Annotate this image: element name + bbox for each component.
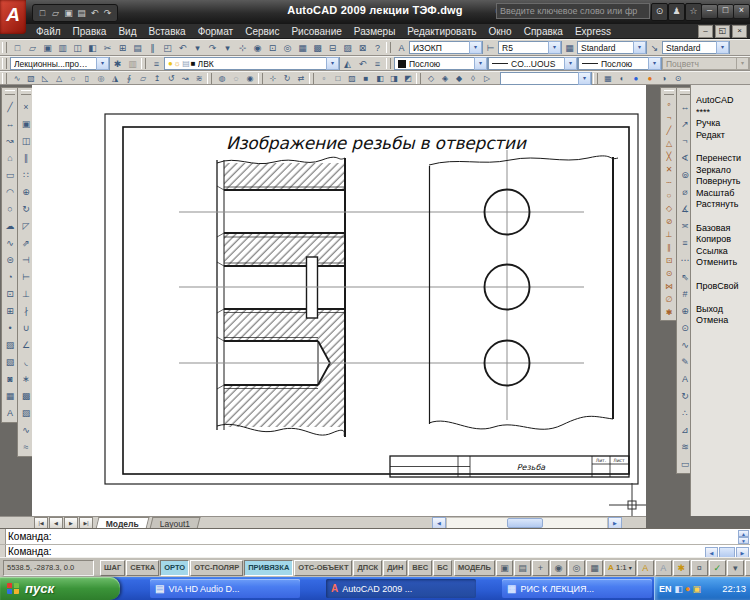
combo-arrow-icon[interactable]: ▾	[648, 57, 661, 70]
join-icon[interactable]: ∪	[19, 319, 33, 336]
tray-save-icon[interactable]: ▣	[692, 584, 701, 594]
command-window-grip[interactable]	[0, 529, 6, 557]
layer-plot-icon[interactable]: ▤	[182, 59, 190, 68]
undo-arrow-icon[interactable]: ▾	[190, 41, 205, 55]
screen-menu-item[interactable]: Повернуть	[696, 176, 750, 188]
snap-from-icon[interactable]: ¬	[662, 111, 676, 124]
screen-menu-item[interactable]: Зеркало	[696, 165, 750, 177]
tray-device-icon[interactable]: ◧	[675, 584, 684, 594]
menu-item[interactable]: Сервис	[239, 26, 285, 37]
zoom-icon[interactable]: ◉	[550, 560, 567, 576]
ellipse-arc-icon[interactable]: ◔	[3, 268, 17, 285]
scroll-left-icon[interactable]: ◀	[432, 517, 446, 529]
quick-view-layouts-icon[interactable]: ▤	[514, 560, 531, 576]
screen-menu-item[interactable]: Растянуть	[696, 199, 750, 211]
menu-item[interactable]: Окно	[482, 26, 517, 37]
screen-menu-item[interactable]	[696, 141, 750, 153]
block-editor-icon[interactable]: ◰	[160, 41, 175, 55]
start-button[interactable]: пуск	[0, 577, 120, 600]
scroll-right-icon[interactable]: ▶	[608, 517, 622, 529]
tab-prev-icon[interactable]: ◀	[49, 517, 63, 529]
status-toggle[interactable]: БС	[433, 560, 452, 576]
vs-3d-hidden-icon[interactable]: ▨	[345, 71, 359, 85]
cut-icon[interactable]: ✂	[100, 41, 115, 55]
auto-annotate-icon[interactable]: А	[655, 560, 672, 576]
showmotion-icon[interactable]: ▦	[586, 560, 603, 576]
color-combo[interactable]: Послою ▾	[394, 57, 488, 70]
revolve-icon[interactable]: ↺	[164, 71, 178, 85]
gradient-icon[interactable]: ▧	[3, 353, 17, 370]
mleader-style-icon[interactable]: ↘	[647, 41, 662, 55]
linetype-combo[interactable]: CO...UOUS ▾	[488, 57, 578, 70]
sphere-icon[interactable]: ○	[66, 71, 80, 85]
redo-arrow-icon[interactable]: ▾	[220, 41, 235, 55]
ellipse-icon[interactable]: ⊜	[3, 251, 17, 268]
intersect-icon[interactable]: ◉	[243, 71, 257, 85]
status-toggle[interactable]: ПРИВЯЗКА	[244, 560, 293, 576]
toolbar-lock-icon[interactable]: ¤	[691, 560, 708, 576]
drawing-canvas[interactable]: Резьба Лит. Лист Изображение резьбы в от…	[32, 85, 646, 516]
status-toggle[interactable]: ШАГ	[100, 560, 125, 576]
render-region-icon[interactable]: ▦	[601, 71, 615, 85]
loft-icon[interactable]: ≋	[192, 71, 206, 85]
osnap-settings-icon[interactable]: ✱	[662, 306, 676, 319]
combo-arrow-icon[interactable]: ▾	[633, 41, 646, 54]
screen-menu-item[interactable]: Выход	[696, 304, 750, 316]
fillet-icon[interactable]: ◟	[19, 353, 33, 370]
trim-icon[interactable]: ⊣	[19, 251, 33, 268]
chamfer-icon[interactable]: ∠	[19, 336, 33, 353]
undo-icon[interactable]: ↶	[89, 8, 100, 18]
union-icon[interactable]: ◍	[215, 71, 229, 85]
combo-arrow-icon[interactable]: ▾	[564, 57, 577, 70]
pyramid-icon[interactable]: ◮	[108, 71, 122, 85]
snap-endpoint-icon[interactable]: ╱	[662, 124, 676, 137]
region-icon[interactable]: ◙	[3, 370, 17, 387]
workspace-switch-icon[interactable]: ✱	[673, 560, 690, 576]
screen-menu-item[interactable]: AutoCAD	[696, 95, 750, 107]
zoom-previous-icon[interactable]: ◎	[280, 41, 295, 55]
publish-icon[interactable]: ◧	[85, 41, 100, 55]
torus-icon[interactable]: ◎	[94, 71, 108, 85]
workspace-settings-icon[interactable]: ✱	[110, 57, 125, 71]
quickcalc-icon[interactable]: ⊟	[325, 41, 340, 55]
screen-menu-item[interactable]: Перенести	[696, 153, 750, 165]
vs-conceptual-icon[interactable]: ◧	[373, 71, 387, 85]
lineweight-combo[interactable]: Послою ▾	[578, 57, 662, 70]
lights-icon[interactable]: ●	[629, 71, 643, 85]
new-file-icon[interactable]: □	[10, 41, 25, 55]
combo-arrow-icon[interactable]: ▾	[578, 72, 591, 85]
maximize-button[interactable]: □	[717, 4, 734, 19]
visual-style-combo[interactable]: ▾	[500, 72, 592, 85]
properties-icon[interactable]: ▦	[295, 41, 310, 55]
vs-shadow-icon[interactable]: ◆	[452, 71, 466, 85]
snap-perpendicular-icon[interactable]: ⊥	[662, 228, 676, 241]
snap-midpoint-icon[interactable]: △	[662, 137, 676, 150]
render-icon[interactable]: ◐	[615, 71, 629, 85]
command-scrollbar[interactable]: ▲ ▼	[738, 530, 749, 544]
make-layer-current-icon[interactable]: ◭	[340, 57, 355, 71]
copy-icon[interactable]: ▣	[19, 115, 33, 132]
wedge-icon[interactable]: ◺	[38, 71, 52, 85]
command-input-line[interactable]: Команда:	[8, 546, 52, 557]
clean-screen-icon[interactable]: □	[745, 560, 750, 576]
annotation-scale-button[interactable]: А 1:1 ▾	[604, 560, 636, 576]
tab-model[interactable]: Модель	[96, 517, 150, 529]
open-icon[interactable]: ▱	[50, 8, 61, 18]
snap-center-icon[interactable]: ○	[662, 189, 676, 202]
array-icon[interactable]: ∷	[19, 166, 33, 183]
new-file-icon[interactable]: □	[37, 8, 48, 18]
edit-spline-icon[interactable]: ≈	[19, 438, 33, 455]
status-toggle[interactable]: ДИН	[383, 560, 407, 576]
combo-arrow-icon[interactable]: ▾	[474, 57, 487, 70]
screen-menu-item[interactable]: Ручка	[696, 118, 750, 130]
trusted-dwg-icon[interactable]: ✓	[709, 560, 726, 576]
snap-quadrant-icon[interactable]: ◇	[662, 202, 676, 215]
vs-texture-icon[interactable]: ◊	[466, 71, 480, 85]
table-icon[interactable]: ▦	[3, 387, 17, 404]
scroll-up-icon[interactable]: ▲	[738, 530, 749, 537]
rotate-icon[interactable]: ↻	[19, 200, 33, 217]
edit-hatch-icon[interactable]: ▨	[19, 404, 33, 421]
snap-tangent-icon[interactable]: ⊘	[662, 215, 676, 228]
sweep-icon[interactable]: ↝	[178, 71, 192, 85]
vs-realistic-icon[interactable]: ■	[359, 71, 373, 85]
